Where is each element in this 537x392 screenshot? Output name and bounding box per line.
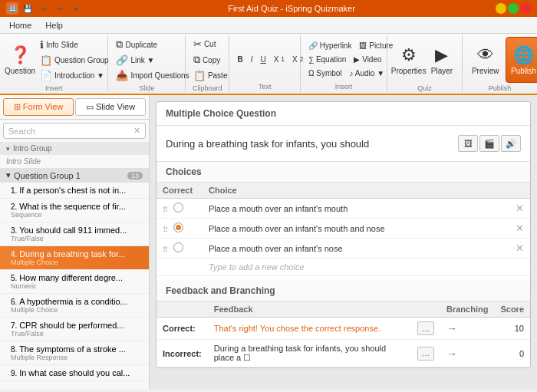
paste-btn[interactable]: 📋 Paste [190, 68, 231, 83]
quick-access-toolbar: 🏥 💾 ↩ ↪ ▾ [6, 2, 83, 15]
sidebar-item-9[interactable]: 9. In what case should you cal... [0, 365, 149, 381]
bold-btn[interactable]: B [234, 54, 245, 65]
sidebar-list: ▾ Intro Group Intro Slide ▾ Question Gro… [0, 142, 149, 389]
sidebar-intro-group-header[interactable]: ▾ Intro Group [0, 142, 149, 155]
item-1-text: 1. If a person's chest is not in... [11, 186, 143, 195]
redo-btn[interactable]: ↪ [53, 2, 67, 15]
question-icon: ❓ [10, 45, 31, 65]
drag-handle-2[interactable]: ⠿ [163, 226, 168, 234]
dropdown-arrow[interactable]: ▾ [69, 2, 83, 15]
image-media-btn[interactable]: 🖼 [458, 135, 478, 152]
choice-text-3[interactable]: Place a mouth over an infant's nose [203, 239, 509, 259]
choice-row-2[interactable]: ⠿ Place a mouth over an infant's mouth a… [156, 219, 530, 239]
symbol-btn[interactable]: Ω Symbol [305, 68, 345, 79]
search-box[interactable]: Search ✕ [3, 123, 146, 139]
card-header: Multiple Choice Question [156, 102, 530, 126]
publish-globe-icon: 🌐 [513, 45, 534, 65]
delete-btn-3[interactable]: ✕ [516, 242, 524, 254]
item-7-text: 7. CPR should be performed... [11, 321, 143, 330]
undo-btn[interactable]: ↩ [37, 2, 51, 15]
search-placeholder: Search [8, 127, 35, 136]
choice-row-1[interactable]: ⠿ Place a mouth over an infant's mouth ✕ [156, 199, 530, 219]
feedback-correct-branching: → [440, 318, 494, 340]
app-icon: 🏥 [6, 2, 18, 15]
radio-3[interactable] [173, 242, 183, 252]
text-group-label: Text [234, 81, 295, 91]
sidebar-item-3[interactable]: 3. You should call 911 immed... True/Fal… [0, 222, 149, 246]
sidebar-item-1[interactable]: 1. If a person's chest is not in... [0, 183, 149, 199]
form-view-btn[interactable]: ⊞ Form View [3, 98, 74, 116]
add-choice-text[interactable]: Type to add a new choice [203, 259, 509, 276]
sidebar-item-8[interactable]: 8. The symptoms of a stroke ... Multiple… [0, 341, 149, 365]
hyperlink-btn[interactable]: 🔗 Hyperlink [305, 40, 354, 51]
question-text-area: During a breathing task for infants, you… [156, 126, 530, 162]
question-text[interactable]: During a breathing task for infants, you… [166, 138, 369, 150]
feedback-correct-dots-btn[interactable]: … [417, 321, 434, 335]
info-slide-btn[interactable]: ℹ Info Slide [37, 38, 112, 52]
video-btn[interactable]: ▶ Video [351, 54, 384, 65]
radio-1[interactable] [173, 203, 183, 212]
choice-row-3[interactable]: ⠿ Place a mouth over an infant's nose ✕ [156, 239, 530, 259]
ribbon-group-clipboard: ✂ Cut ⧉ Copy 📋 Paste Clipboard [186, 35, 230, 92]
feedback-incorrect-dots: … [411, 340, 440, 367]
item-7-type: True/False [11, 330, 143, 338]
ribbon-buttons-slide: ⧉ Duplicate 🔗 Link ▼ 📥 Import Questions [113, 37, 180, 83]
menu-home[interactable]: Home [3, 19, 38, 31]
audio-media-btn[interactable]: 🔊 [501, 135, 521, 152]
close-btn[interactable] [520, 3, 531, 14]
radio-2[interactable] [173, 222, 183, 232]
feedback-incorrect-dots-btn[interactable]: … [417, 347, 434, 361]
menu-help[interactable]: Help [39, 19, 69, 31]
minimize-btn[interactable] [496, 3, 506, 14]
fb-score-header: Score [494, 301, 530, 318]
video-media-btn[interactable]: 🎬 [479, 135, 499, 152]
save-quick-btn[interactable]: 💾 [21, 2, 35, 15]
audio-btn[interactable]: ♪ Audio ▼ [347, 68, 387, 79]
link-btn[interactable]: 🔗 Link ▼ [113, 53, 192, 68]
introduction-btn[interactable]: 📄 Introduction ▼ [37, 68, 112, 83]
branching-correct-arrow[interactable]: → [446, 322, 457, 334]
preview-btn[interactable]: 👁 Preview [467, 37, 504, 83]
sidebar-item-4[interactable]: 4. During a breathing task for... Multip… [0, 246, 149, 270]
search-clear-icon[interactable]: ✕ [133, 126, 140, 136]
question-group-btn[interactable]: 📋 Question Group [37, 53, 112, 68]
window-title: First Aid Quiz - iSpring Quizmaker [87, 4, 496, 13]
branching-incorrect-arrow[interactable]: → [446, 348, 457, 360]
publish-group-label: Publish [467, 83, 532, 92]
intro-slide-item[interactable]: Intro Slide [0, 155, 149, 168]
underline-btn[interactable]: U [257, 54, 268, 65]
delete-btn-1[interactable]: ✕ [516, 203, 524, 214]
drag-handle-3[interactable]: ⠿ [163, 245, 168, 254]
item-3-text: 3. You should call 911 immed... [11, 226, 143, 235]
question-group-1-header[interactable]: ▾ Question Group 1 13 [0, 168, 149, 183]
sidebar-item-2[interactable]: 2. What is the sequence of fir... Sequen… [0, 199, 149, 222]
sidebar-item-6[interactable]: 6. A hypothermia is a conditio... Multip… [0, 294, 149, 318]
choice-text-2[interactable]: Place a mouth over an infant's mouth and… [203, 219, 509, 239]
feedback-incorrect-label: Incorrect: [156, 340, 208, 367]
player-btn[interactable]: ▶ Player [427, 37, 457, 83]
question-btn[interactable]: ❓ Question [5, 37, 35, 83]
publish-btn[interactable]: 🌐 Publish [506, 37, 537, 83]
italic-btn[interactable]: I [248, 54, 256, 65]
import-questions-btn[interactable]: 📥 Import Questions [113, 68, 192, 83]
subscript-btn[interactable]: X1 [271, 54, 288, 65]
equation-btn[interactable]: ∑ Equation [305, 54, 349, 65]
quiz-group-label: Quiz [392, 83, 457, 92]
feedback-incorrect-text[interactable]: During a breathing task for infants, you… [208, 340, 411, 367]
item-8-text: 8. The symptoms of a stroke ... [11, 344, 143, 354]
feedback-correct-text[interactable]: That's right! You chose the correct resp… [208, 318, 411, 340]
properties-btn[interactable]: ⚙ Properties [392, 37, 425, 83]
sidebar-item-7[interactable]: 7. CPR should be performed... True/False [0, 318, 149, 341]
duplicate-btn[interactable]: ⧉ Duplicate [113, 37, 192, 52]
link-icon: 🔗 [116, 54, 128, 66]
copy-btn[interactable]: ⧉ Copy [190, 52, 231, 68]
choice-text-1[interactable]: Place a mouth over an infant's mouth [203, 199, 509, 219]
slide-view-icon: ▭ [86, 102, 94, 111]
maximize-btn[interactable] [508, 3, 519, 14]
cut-btn[interactable]: ✂ Cut [190, 37, 231, 51]
delete-btn-2[interactable]: ✕ [516, 222, 524, 234]
drag-handle-1[interactable]: ⠿ [163, 206, 168, 214]
sidebar-item-5[interactable]: 5. How many different degre... Numeric [0, 270, 149, 294]
add-choice-row[interactable]: Type to add a new choice [156, 259, 530, 276]
slide-view-btn[interactable]: ▭ Slide View [75, 98, 146, 116]
